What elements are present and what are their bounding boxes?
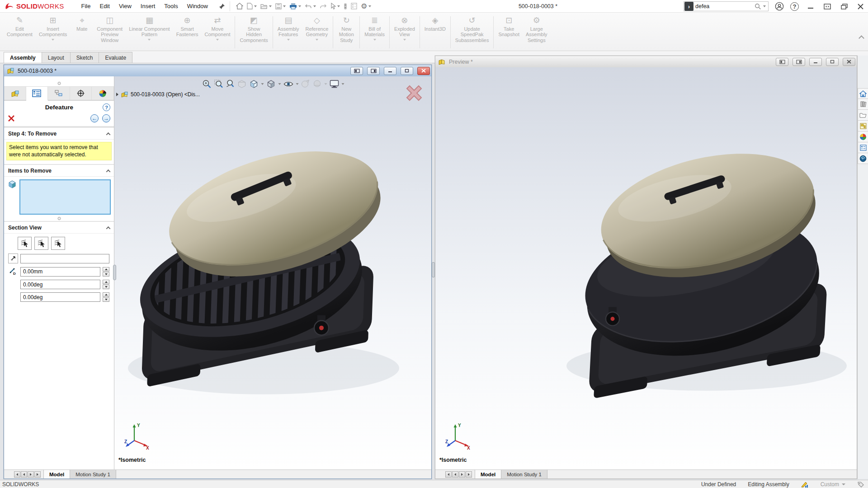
ribbon-collapse-icon[interactable]: [859, 35, 864, 41]
reverse-direction-icon[interactable]: [8, 253, 18, 263]
restore-window-icon[interactable]: [841, 4, 848, 9]
section-offset-distance-input[interactable]: [20, 267, 100, 277]
options-gear-button[interactable]: ⚙: [359, 2, 373, 11]
maximize-document-button[interactable]: [826, 58, 839, 66]
preview-viewport[interactable]: Y X Z *Isometric: [435, 67, 857, 469]
zoom-to-fit-icon[interactable]: [202, 79, 211, 89]
panel-splitter-handle[interactable]: [113, 265, 116, 280]
mate-button[interactable]: ⌖Mate: [70, 14, 94, 51]
magnet-icon[interactable]: [342, 2, 349, 11]
next-tab-button[interactable]: [459, 471, 465, 478]
help-icon[interactable]: ?: [790, 2, 799, 11]
pin-menu-icon[interactable]: [219, 3, 225, 9]
design-library-icon[interactable]: [858, 99, 868, 110]
hide-show-items-icon[interactable]: [283, 80, 298, 88]
tile-left-button[interactable]: [776, 58, 788, 66]
appearances-scenes-icon[interactable]: [858, 131, 868, 142]
properties-button[interactable]: [349, 2, 359, 10]
section-plane-reference-input[interactable]: [20, 254, 109, 263]
select-button[interactable]: [329, 2, 341, 10]
section-plane-2-button[interactable]: [34, 237, 48, 250]
view-orientation-icon[interactable]: [249, 80, 264, 89]
search-box[interactable]: ›: [684, 1, 769, 11]
cancel-watermark-icon[interactable]: [403, 82, 425, 104]
edit-component-button[interactable]: ✎Edit Component: [4, 14, 36, 51]
tab-layout[interactable]: Layout: [42, 52, 71, 63]
motion-study-tab[interactable]: Motion Study 1: [70, 470, 116, 479]
take-snapshot-button[interactable]: ⊡Take Snapshot: [495, 14, 522, 51]
window-splitter-handle[interactable]: [432, 262, 435, 277]
insert-components-button[interactable]: ⊞Insert Components: [36, 14, 70, 51]
tree-splitter-handle[interactable]: [57, 82, 61, 85]
bill-of-materials-button[interactable]: ≣Bill of Materials: [361, 14, 388, 51]
menu-view[interactable]: View: [114, 0, 136, 12]
close-document-button[interactable]: [843, 58, 855, 66]
status-custom-dropdown[interactable]: Custom: [821, 481, 845, 488]
zoom-in-out-icon[interactable]: [225, 79, 235, 89]
next-step-button[interactable]: →: [102, 114, 110, 122]
resize-window-icon[interactable]: [824, 4, 831, 9]
taskpane-home-icon[interactable]: [858, 88, 868, 99]
print-button[interactable]: [288, 2, 302, 10]
tab-propertymanager[interactable]: [26, 87, 48, 101]
minimize-document-button[interactable]: [384, 67, 396, 75]
edit-appearance-icon[interactable]: [301, 80, 310, 88]
menu-insert[interactable]: Insert: [136, 0, 160, 12]
collapse-step-icon[interactable]: [106, 132, 111, 136]
model-tab[interactable]: Model: [43, 470, 70, 479]
items-to-remove-selection-list[interactable]: [19, 179, 111, 215]
search-dropdown-icon[interactable]: [763, 5, 766, 7]
panel-help-icon[interactable]: ?: [103, 103, 110, 111]
items-section-header[interactable]: Items to Remove: [4, 164, 114, 177]
maximize-document-button[interactable]: [401, 67, 413, 75]
tab-evaluate[interactable]: Evaluate: [99, 52, 132, 63]
viewport-tree-item[interactable]: 500-018-0003 (Open) <Dis...: [116, 91, 200, 98]
tab-featuremanager[interactable]: [4, 87, 26, 100]
update-speedpak-button[interactable]: ↺Update SpeedPak Subassemblies: [452, 14, 492, 51]
new-motion-study-button[interactable]: ↻New Motion Study: [335, 14, 358, 51]
save-button[interactable]: [274, 2, 287, 10]
section-view-icon[interactable]: [237, 80, 246, 88]
redo-button[interactable]: [318, 2, 328, 10]
assembly-features-button[interactable]: ▤Assembly Features: [274, 14, 302, 51]
section-y-rotation-input[interactable]: [20, 292, 100, 302]
minimize-window-icon[interactable]: [807, 4, 814, 9]
file-explorer-icon[interactable]: [858, 110, 868, 121]
preview-window-titlebar[interactable]: Preview *: [435, 56, 857, 67]
minimize-document-button[interactable]: [809, 58, 822, 66]
section-x-rotation-input[interactable]: [20, 280, 100, 289]
next-tab-button[interactable]: [28, 471, 34, 478]
previous-tab-button[interactable]: [452, 471, 458, 478]
tab-configurationmanager[interactable]: [48, 87, 70, 100]
last-tab-button[interactable]: [34, 471, 41, 478]
section-plane-3-button[interactable]: [51, 237, 65, 250]
tile-right-button[interactable]: [793, 58, 805, 66]
distance-spinner[interactable]: [103, 267, 109, 277]
menu-window[interactable]: Window: [183, 0, 212, 12]
component-preview-window-button[interactable]: ◫Component Preview Window: [94, 14, 126, 51]
open-document-button[interactable]: [259, 2, 273, 10]
assembly-viewport[interactable]: 500-018-0003 (Open) <Dis... Y X Z: [114, 76, 431, 469]
tab-dimxpertmanager[interactable]: [92, 87, 114, 100]
menu-tools[interactable]: Tools: [160, 0, 182, 12]
last-tab-button[interactable]: [466, 471, 472, 478]
tab-displaymanager[interactable]: [70, 87, 92, 100]
section-plane-1-button[interactable]: [18, 237, 32, 250]
model-tab[interactable]: Model: [475, 470, 501, 479]
cancel-icon[interactable]: [8, 115, 15, 122]
tile-right-button[interactable]: [367, 67, 380, 75]
collapse-section-icon[interactable]: [106, 226, 111, 231]
linear-component-pattern-button[interactable]: ▦Linear Component Pattern: [126, 14, 173, 51]
zoom-to-area-icon[interactable]: [213, 79, 223, 89]
apply-scene-icon[interactable]: [312, 80, 327, 88]
undo-button[interactable]: [303, 2, 317, 10]
custom-properties-icon[interactable]: [858, 142, 868, 153]
instant3d-button[interactable]: ◈Instant3D: [421, 14, 449, 51]
smart-fasteners-button[interactable]: ⊕Smart Fasteners: [173, 14, 202, 51]
large-assembly-settings-button[interactable]: ⚙Large Assembly Settings: [523, 14, 551, 51]
first-tab-button[interactable]: [14, 471, 20, 478]
display-style-icon[interactable]: [266, 80, 281, 89]
assembly-window-titlebar[interactable]: 500-018-0003 *: [4, 65, 431, 76]
tile-left-button[interactable]: [350, 67, 363, 75]
tab-sketch[interactable]: Sketch: [70, 52, 99, 63]
